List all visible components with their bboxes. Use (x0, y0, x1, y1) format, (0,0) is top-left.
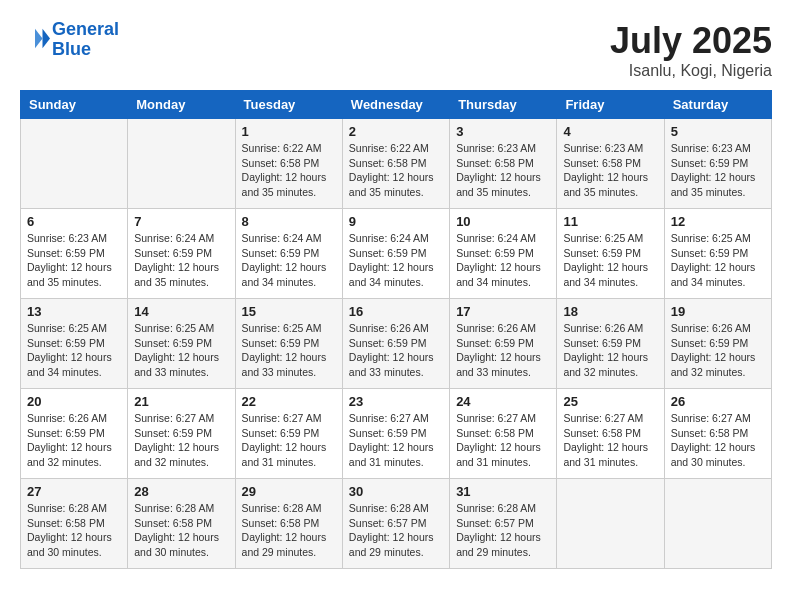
day-info: Sunrise: 6:28 AM Sunset: 6:58 PM Dayligh… (242, 501, 336, 560)
month-year: July 2025 (610, 20, 772, 62)
calendar-cell: 11Sunrise: 6:25 AM Sunset: 6:59 PM Dayli… (557, 209, 664, 299)
day-info: Sunrise: 6:24 AM Sunset: 6:59 PM Dayligh… (134, 231, 228, 290)
calendar-cell: 5Sunrise: 6:23 AM Sunset: 6:59 PM Daylig… (664, 119, 771, 209)
calendar-cell: 13Sunrise: 6:25 AM Sunset: 6:59 PM Dayli… (21, 299, 128, 389)
day-header-thursday: Thursday (450, 91, 557, 119)
calendar-cell: 29Sunrise: 6:28 AM Sunset: 6:58 PM Dayli… (235, 479, 342, 569)
logo-text: General Blue (52, 20, 119, 60)
day-info: Sunrise: 6:24 AM Sunset: 6:59 PM Dayligh… (242, 231, 336, 290)
day-header-monday: Monday (128, 91, 235, 119)
calendar-cell: 31Sunrise: 6:28 AM Sunset: 6:57 PM Dayli… (450, 479, 557, 569)
day-info: Sunrise: 6:26 AM Sunset: 6:59 PM Dayligh… (671, 321, 765, 380)
day-number: 8 (242, 214, 336, 229)
day-info: Sunrise: 6:25 AM Sunset: 6:59 PM Dayligh… (671, 231, 765, 290)
day-info: Sunrise: 6:23 AM Sunset: 6:59 PM Dayligh… (27, 231, 121, 290)
calendar-table: SundayMondayTuesdayWednesdayThursdayFrid… (20, 90, 772, 569)
day-number: 22 (242, 394, 336, 409)
calendar-cell: 30Sunrise: 6:28 AM Sunset: 6:57 PM Dayli… (342, 479, 449, 569)
day-info: Sunrise: 6:23 AM Sunset: 6:58 PM Dayligh… (456, 141, 550, 200)
calendar-cell: 10Sunrise: 6:24 AM Sunset: 6:59 PM Dayli… (450, 209, 557, 299)
logo-line2: Blue (52, 39, 91, 59)
day-info: Sunrise: 6:27 AM Sunset: 6:59 PM Dayligh… (134, 411, 228, 470)
day-number: 16 (349, 304, 443, 319)
calendar-cell: 4Sunrise: 6:23 AM Sunset: 6:58 PM Daylig… (557, 119, 664, 209)
week-row-1: 1Sunrise: 6:22 AM Sunset: 6:58 PM Daylig… (21, 119, 772, 209)
svg-marker-1 (35, 29, 43, 49)
day-number: 23 (349, 394, 443, 409)
week-row-4: 20Sunrise: 6:26 AM Sunset: 6:59 PM Dayli… (21, 389, 772, 479)
day-number: 25 (563, 394, 657, 409)
day-number: 9 (349, 214, 443, 229)
calendar-cell: 7Sunrise: 6:24 AM Sunset: 6:59 PM Daylig… (128, 209, 235, 299)
day-number: 30 (349, 484, 443, 499)
title-section: July 2025 Isanlu, Kogi, Nigeria (610, 20, 772, 80)
day-info: Sunrise: 6:26 AM Sunset: 6:59 PM Dayligh… (456, 321, 550, 380)
calendar-cell: 3Sunrise: 6:23 AM Sunset: 6:58 PM Daylig… (450, 119, 557, 209)
day-info: Sunrise: 6:23 AM Sunset: 6:59 PM Dayligh… (671, 141, 765, 200)
calendar-cell: 25Sunrise: 6:27 AM Sunset: 6:58 PM Dayli… (557, 389, 664, 479)
day-header-friday: Friday (557, 91, 664, 119)
day-info: Sunrise: 6:27 AM Sunset: 6:59 PM Dayligh… (242, 411, 336, 470)
day-info: Sunrise: 6:24 AM Sunset: 6:59 PM Dayligh… (456, 231, 550, 290)
calendar-cell: 17Sunrise: 6:26 AM Sunset: 6:59 PM Dayli… (450, 299, 557, 389)
logo-icon (20, 25, 50, 55)
day-info: Sunrise: 6:22 AM Sunset: 6:58 PM Dayligh… (349, 141, 443, 200)
calendar-cell: 9Sunrise: 6:24 AM Sunset: 6:59 PM Daylig… (342, 209, 449, 299)
day-number: 15 (242, 304, 336, 319)
calendar-cell (557, 479, 664, 569)
day-info: Sunrise: 6:27 AM Sunset: 6:59 PM Dayligh… (349, 411, 443, 470)
calendar-cell: 2Sunrise: 6:22 AM Sunset: 6:58 PM Daylig… (342, 119, 449, 209)
day-info: Sunrise: 6:25 AM Sunset: 6:59 PM Dayligh… (242, 321, 336, 380)
calendar-cell: 12Sunrise: 6:25 AM Sunset: 6:59 PM Dayli… (664, 209, 771, 299)
week-row-3: 13Sunrise: 6:25 AM Sunset: 6:59 PM Dayli… (21, 299, 772, 389)
calendar-cell (21, 119, 128, 209)
day-info: Sunrise: 6:28 AM Sunset: 6:57 PM Dayligh… (349, 501, 443, 560)
calendar-cell: 6Sunrise: 6:23 AM Sunset: 6:59 PM Daylig… (21, 209, 128, 299)
day-info: Sunrise: 6:22 AM Sunset: 6:58 PM Dayligh… (242, 141, 336, 200)
calendar-cell: 22Sunrise: 6:27 AM Sunset: 6:59 PM Dayli… (235, 389, 342, 479)
day-number: 1 (242, 124, 336, 139)
day-number: 14 (134, 304, 228, 319)
day-info: Sunrise: 6:25 AM Sunset: 6:59 PM Dayligh… (563, 231, 657, 290)
day-number: 20 (27, 394, 121, 409)
day-info: Sunrise: 6:27 AM Sunset: 6:58 PM Dayligh… (563, 411, 657, 470)
day-header-sunday: Sunday (21, 91, 128, 119)
day-number: 10 (456, 214, 550, 229)
calendar-cell: 21Sunrise: 6:27 AM Sunset: 6:59 PM Dayli… (128, 389, 235, 479)
day-number: 19 (671, 304, 765, 319)
calendar-cell: 18Sunrise: 6:26 AM Sunset: 6:59 PM Dayli… (557, 299, 664, 389)
calendar-header: SundayMondayTuesdayWednesdayThursdayFrid… (21, 91, 772, 119)
calendar-cell: 24Sunrise: 6:27 AM Sunset: 6:58 PM Dayli… (450, 389, 557, 479)
day-info: Sunrise: 6:28 AM Sunset: 6:57 PM Dayligh… (456, 501, 550, 560)
calendar-cell: 23Sunrise: 6:27 AM Sunset: 6:59 PM Dayli… (342, 389, 449, 479)
calendar-cell: 20Sunrise: 6:26 AM Sunset: 6:59 PM Dayli… (21, 389, 128, 479)
calendar-cell (128, 119, 235, 209)
calendar-cell: 1Sunrise: 6:22 AM Sunset: 6:58 PM Daylig… (235, 119, 342, 209)
calendar-cell: 15Sunrise: 6:25 AM Sunset: 6:59 PM Dayli… (235, 299, 342, 389)
days-header-row: SundayMondayTuesdayWednesdayThursdayFrid… (21, 91, 772, 119)
week-row-2: 6Sunrise: 6:23 AM Sunset: 6:59 PM Daylig… (21, 209, 772, 299)
day-number: 21 (134, 394, 228, 409)
calendar-cell (664, 479, 771, 569)
day-header-wednesday: Wednesday (342, 91, 449, 119)
day-info: Sunrise: 6:26 AM Sunset: 6:59 PM Dayligh… (563, 321, 657, 380)
day-number: 7 (134, 214, 228, 229)
day-info: Sunrise: 6:24 AM Sunset: 6:59 PM Dayligh… (349, 231, 443, 290)
calendar-cell: 16Sunrise: 6:26 AM Sunset: 6:59 PM Dayli… (342, 299, 449, 389)
day-number: 3 (456, 124, 550, 139)
day-number: 27 (27, 484, 121, 499)
day-info: Sunrise: 6:26 AM Sunset: 6:59 PM Dayligh… (349, 321, 443, 380)
day-number: 28 (134, 484, 228, 499)
logo-line1: General (52, 19, 119, 39)
calendar-cell: 26Sunrise: 6:27 AM Sunset: 6:58 PM Dayli… (664, 389, 771, 479)
day-info: Sunrise: 6:28 AM Sunset: 6:58 PM Dayligh… (134, 501, 228, 560)
day-info: Sunrise: 6:27 AM Sunset: 6:58 PM Dayligh… (671, 411, 765, 470)
day-number: 18 (563, 304, 657, 319)
calendar-cell: 14Sunrise: 6:25 AM Sunset: 6:59 PM Dayli… (128, 299, 235, 389)
calendar-cell: 28Sunrise: 6:28 AM Sunset: 6:58 PM Dayli… (128, 479, 235, 569)
calendar-body: 1Sunrise: 6:22 AM Sunset: 6:58 PM Daylig… (21, 119, 772, 569)
day-number: 6 (27, 214, 121, 229)
day-info: Sunrise: 6:27 AM Sunset: 6:58 PM Dayligh… (456, 411, 550, 470)
calendar-cell: 19Sunrise: 6:26 AM Sunset: 6:59 PM Dayli… (664, 299, 771, 389)
day-number: 31 (456, 484, 550, 499)
